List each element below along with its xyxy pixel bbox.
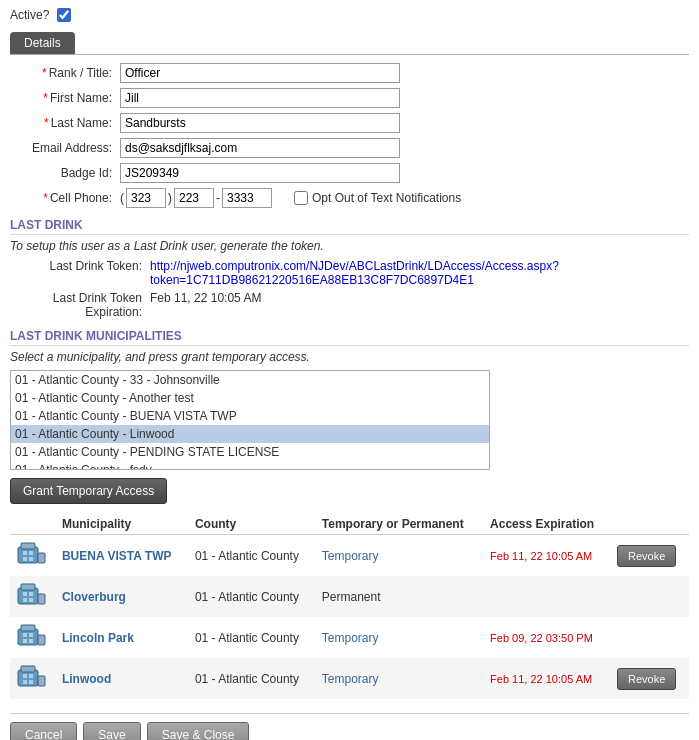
col-icon	[10, 514, 56, 535]
active-label: Active?	[10, 8, 49, 22]
municipalities-note: Select a municipality, and press grant t…	[10, 350, 689, 364]
last-drink-title: LAST DRINK	[10, 218, 689, 235]
revoke-button[interactable]: Revoke	[617, 668, 676, 690]
svg-rect-22	[21, 666, 35, 672]
svg-rect-9	[23, 592, 27, 596]
last-drink-note: To setup this user as a Last Drink user,…	[10, 239, 689, 253]
cell-county: 01 - Atlantic County	[189, 535, 316, 577]
cell-revoke[interactable]: Revoke	[611, 658, 689, 699]
municipality-list[interactable]: 01 - Atlantic County - 33 - Johnsonville…	[10, 370, 490, 470]
svg-rect-18	[23, 639, 27, 643]
col-action	[611, 514, 689, 535]
email-row: Email Address:	[10, 138, 689, 158]
cell-expiry	[484, 576, 611, 617]
svg-rect-5	[29, 557, 33, 561]
token-expiry-label: Last Drink Token Expiration:	[10, 291, 150, 319]
revoke-button[interactable]: Revoke	[617, 545, 676, 567]
table-row: Linwood01 - Atlantic CountyTemporaryFeb …	[10, 658, 689, 699]
col-type: Temporary or Permanent	[316, 514, 484, 535]
list-item[interactable]: 01 - Atlantic County - fsdv	[11, 461, 489, 470]
phone-line-input[interactable]	[222, 188, 272, 208]
list-item[interactable]: 01 - Atlantic County - 33 - Johnsonville	[11, 371, 489, 389]
dash1: -	[216, 191, 220, 205]
token-link[interactable]: http://njweb.computronix.com/NJDev/ABCLa…	[150, 259, 689, 287]
table-row: Lincoln Park01 - Atlantic CountyTemporar…	[10, 617, 689, 658]
cell-expiry: Feb 09, 22 03:50 PM	[484, 617, 611, 658]
cell-municipality: Cloverburg	[56, 576, 189, 617]
row-icon	[10, 658, 56, 699]
email-label: Email Address:	[10, 141, 120, 155]
badge-row: Badge Id:	[10, 163, 689, 183]
token-expiry-value: Feb 11, 22 10:05 AM	[150, 291, 261, 305]
table-row: BUENA VISTA TWP01 - Atlantic CountyTempo…	[10, 535, 689, 577]
svg-rect-4	[23, 557, 27, 561]
row-icon	[10, 535, 56, 577]
cell-municipality: Linwood	[56, 658, 189, 699]
col-county: County	[189, 514, 316, 535]
svg-rect-24	[29, 674, 33, 678]
svg-rect-10	[29, 592, 33, 596]
row-icon	[10, 617, 56, 658]
last-name-label: *Last Name:	[10, 116, 120, 130]
svg-rect-11	[23, 598, 27, 602]
phone-label: *Cell Phone:	[10, 191, 120, 205]
svg-rect-12	[29, 598, 33, 602]
rank-row: *Rank / Title:	[10, 63, 689, 83]
svg-rect-20	[38, 635, 45, 645]
active-row: Active?	[10, 8, 689, 22]
token-expiry-row: Last Drink Token Expiration: Feb 11, 22 …	[10, 291, 689, 319]
cell-expiry: Feb 11, 22 10:05 AM	[484, 658, 611, 699]
svg-rect-8	[21, 584, 35, 590]
col-expiration: Access Expiration	[484, 514, 611, 535]
access-table: Municipality County Temporary or Permane…	[10, 514, 689, 699]
badge-input[interactable]	[120, 163, 400, 183]
badge-label: Badge Id:	[10, 166, 120, 180]
rank-input[interactable]	[120, 63, 400, 83]
last-name-input[interactable]	[120, 113, 400, 133]
token-row: Last Drink Token: http://njweb.computron…	[10, 259, 689, 287]
phone-prefix-input[interactable]	[174, 188, 214, 208]
tab-details[interactable]: Details	[10, 32, 75, 54]
save-close-button[interactable]: Save & Close	[147, 722, 250, 740]
table-row: Cloverburg01 - Atlantic CountyPermanent	[10, 576, 689, 617]
svg-rect-27	[38, 676, 45, 686]
save-button[interactable]: Save	[83, 722, 140, 740]
cell-county: 01 - Atlantic County	[189, 617, 316, 658]
list-item[interactable]: 01 - Atlantic County - PENDING STATE LIC…	[11, 443, 489, 461]
cell-type: Temporary	[316, 658, 484, 699]
last-name-row: *Last Name:	[10, 113, 689, 133]
opt-out-checkbox[interactable]	[294, 191, 308, 205]
first-name-input[interactable]	[120, 88, 400, 108]
cell-municipality: BUENA VISTA TWP	[56, 535, 189, 577]
active-checkbox[interactable]	[57, 8, 71, 22]
grant-temporary-access-button[interactable]: Grant Temporary Access	[10, 478, 167, 504]
cell-revoke	[611, 576, 689, 617]
list-item[interactable]: 01 - Atlantic County - Linwood	[11, 425, 489, 443]
cell-municipality: Lincoln Park	[56, 617, 189, 658]
paren-close: )	[168, 191, 172, 205]
tab-bar: Details	[10, 32, 689, 54]
cell-revoke[interactable]: Revoke	[611, 535, 689, 577]
cancel-button[interactable]: Cancel	[10, 722, 77, 740]
token-label: Last Drink Token:	[10, 259, 150, 273]
svg-rect-23	[23, 674, 27, 678]
svg-rect-13	[38, 594, 45, 604]
phone-area-input[interactable]	[126, 188, 166, 208]
cell-revoke	[611, 617, 689, 658]
col-municipality: Municipality	[56, 514, 189, 535]
opt-out-label: Opt Out of Text Notifications	[312, 191, 461, 205]
cell-type: Temporary	[316, 617, 484, 658]
list-item[interactable]: 01 - Atlantic County - BUENA VISTA TWP	[11, 407, 489, 425]
phone-row: *Cell Phone: ( ) - Opt Out of Text Notif…	[10, 188, 689, 208]
svg-rect-16	[23, 633, 27, 637]
list-item[interactable]: 01 - Atlantic County - Another test	[11, 389, 489, 407]
rank-label: *Rank / Title:	[10, 66, 120, 80]
svg-rect-3	[29, 551, 33, 555]
bottom-bar: Cancel Save Save & Close	[10, 713, 689, 740]
cell-type: Temporary	[316, 535, 484, 577]
paren-open: (	[120, 191, 124, 205]
svg-rect-17	[29, 633, 33, 637]
svg-rect-2	[23, 551, 27, 555]
svg-rect-6	[38, 553, 45, 563]
email-input[interactable]	[120, 138, 400, 158]
